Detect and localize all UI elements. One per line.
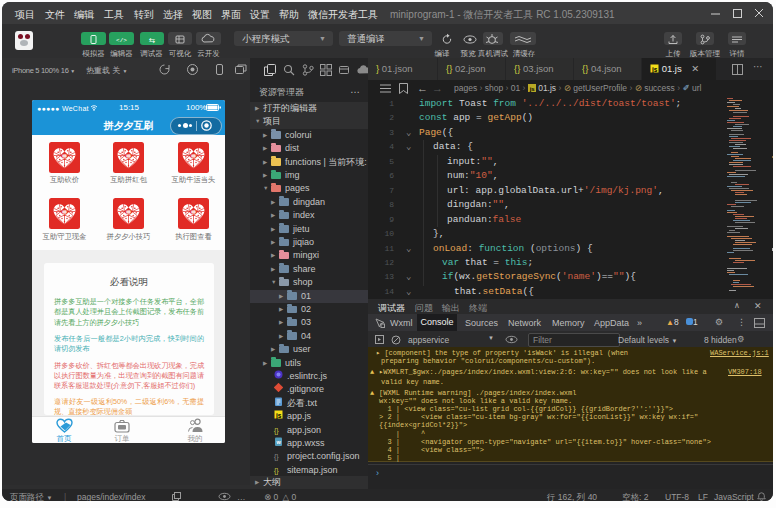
svg-text:w: w <box>275 439 281 445</box>
svg-text:⇆: ⇆ <box>149 36 155 45</box>
svg-text:js: js <box>528 86 535 92</box>
svg-text:</>: </> <box>116 37 127 44</box>
svg-text:js: js <box>651 66 658 74</box>
svg-text:js: js <box>275 412 282 420</box>
